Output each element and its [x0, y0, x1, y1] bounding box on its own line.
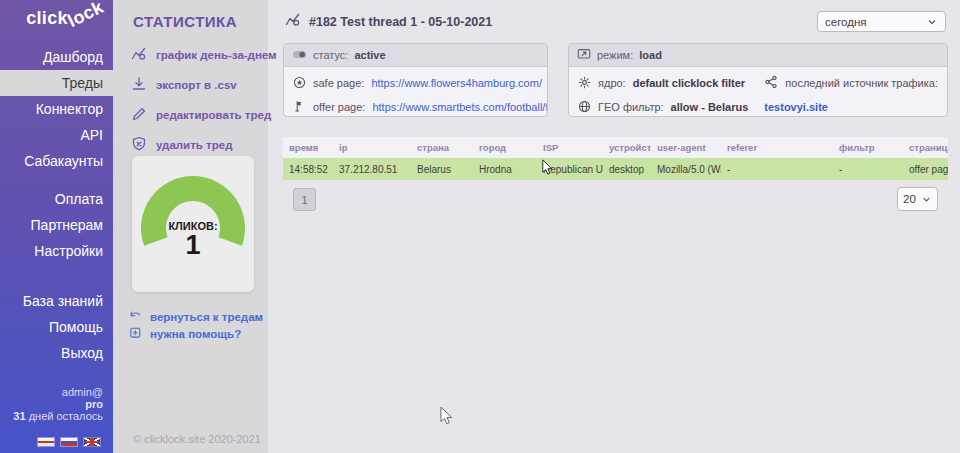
period-select[interactable]: сегодня [817, 11, 946, 32]
stats-menu-label: экспорт в .csv [156, 79, 237, 91]
column-header-0: время [283, 137, 333, 158]
account-email: admin@ [13, 386, 103, 398]
traffic-source-label: последний источник трафика: [785, 77, 938, 89]
traffic-source-link[interactable]: testovyi.site [764, 95, 938, 117]
column-header-4: ISP [537, 137, 603, 158]
flag-uk-icon[interactable] [83, 437, 101, 447]
mode-panel-header: режим: load [569, 44, 947, 67]
page-header: #182 Test thread 1 - 05-10-2021 [285, 12, 492, 32]
sidebar-item-2[interactable]: Коннектор [0, 96, 113, 122]
logo-part-lock: lock [64, 0, 107, 32]
mode-row-label: ядро: [598, 77, 626, 89]
logo-part-click: click [26, 8, 68, 28]
sidebar-item-10[interactable]: Выход [0, 340, 113, 366]
mode-panel: режим: load ядро:default clicklock filte… [568, 43, 948, 117]
clicklock-logo[interactable]: clicklock [0, 8, 113, 29]
chart-line-icon [131, 46, 147, 64]
mode-row-0: ядро:default clicklock filter [578, 71, 764, 95]
statistics-title: СТАТИСТИКА [133, 13, 237, 30]
sidebar-item-4[interactable]: Сабакаунты [0, 148, 113, 174]
column-header-8: фильтр [833, 137, 903, 158]
statistics-menu: график день-за-днемэкспорт в .csvредакти… [113, 40, 268, 160]
flag-belarus-icon[interactable] [37, 437, 55, 447]
page-title: #182 Test thread 1 - 05-10-2021 [309, 15, 492, 29]
mode-row-label: ГЕО фильтр: [598, 101, 664, 113]
account-plan: pro [13, 398, 103, 410]
traffic-source: последний источник трафика: testovyi.sit… [764, 71, 938, 117]
stats-link-label: нужна помощь? [150, 328, 241, 340]
shield-star-icon [293, 76, 306, 91]
mode-settings: ядро:default clicklock filterГЕО фильтр:… [578, 71, 764, 117]
table-row[interactable]: 14:58:5237.212.80.51BelarusHrodnaRepubli… [283, 158, 948, 180]
gauge-text: КЛИКОВ: 1 [132, 220, 254, 258]
sidebar-item-3[interactable]: API [0, 122, 113, 148]
pagination-page-1-button[interactable]: 1 [293, 188, 316, 211]
sidebar-item-1[interactable]: Треды [0, 70, 113, 96]
chevron-down-icon [926, 16, 938, 28]
main-sidebar: clicklock ДашбордТредыКоннекторAPIСабака… [0, 0, 113, 453]
status-row-link[interactable]: https://www.flowers4hamburg.com/ [371, 77, 542, 89]
share-icon [764, 75, 778, 91]
table-cell: offer page [903, 158, 948, 180]
statistics-links: вернуться к тредамнужна помощь? [129, 308, 263, 342]
account-days-left: 31 дней осталось [13, 410, 103, 422]
download-icon [131, 76, 147, 94]
column-header-3: город [473, 137, 537, 158]
stats-menu-label: редактировать тред [156, 109, 271, 121]
stats-link-1[interactable]: нужна помощь? [129, 325, 263, 342]
toggle-icon[interactable] [292, 47, 307, 64]
status-row-0: safe page:https://www.flowers4hamburg.co… [293, 71, 538, 95]
stats-link-0[interactable]: вернуться к тредам [129, 308, 263, 325]
help-icon [129, 326, 142, 341]
column-header-1: ip [333, 137, 411, 158]
sidebar-item-6[interactable]: Партнерам [0, 212, 113, 238]
mode-value: load [639, 49, 662, 61]
table-cell: 37.212.80.51 [333, 158, 411, 180]
flag-russia-icon[interactable] [60, 437, 78, 447]
chart-line-icon [285, 12, 301, 32]
column-header-2: страна [411, 137, 473, 158]
main-content: #182 Test thread 1 - 05-10-2021 сегодня … [268, 0, 960, 453]
sidebar-item-0[interactable]: Дашборд [0, 44, 113, 70]
stats-menu-item-2[interactable]: редактировать тред [113, 100, 268, 130]
table-cell: Belarus [411, 158, 473, 180]
stats-menu-item-0[interactable]: график день-за-днем [113, 40, 268, 70]
gauge-value: 1 [132, 232, 254, 258]
chevron-down-icon [921, 194, 932, 205]
mode-row-value: default clicklock filter [633, 77, 745, 89]
page-size-value: 20 [903, 193, 916, 205]
status-panel: статус: active safe page:https://www.flo… [283, 43, 548, 117]
status-panel-body: safe page:https://www.flowers4hamburg.co… [284, 67, 547, 117]
status-row-label: offer page: [313, 101, 365, 113]
mode-row-value: allow - Belarus [671, 101, 749, 113]
status-row-link[interactable]: https://www.smartbets.com/football/tea..… [372, 101, 548, 113]
language-flags [37, 437, 101, 447]
sidebar-nav: ДашбордТредыКоннекторAPIСабакаунтыОплата… [0, 44, 113, 366]
flag-pole-icon [293, 100, 306, 115]
sidebar-item-8[interactable]: База знаний [0, 288, 113, 314]
clicks-table: времяipстранагородISPустройствоuser-agen… [283, 137, 948, 180]
page-size-select[interactable]: 20 [897, 187, 938, 211]
table-cell: desktop [603, 158, 651, 180]
status-row-label: safe page: [313, 77, 364, 89]
table-cell: Mozilla/5.0 (Win... [651, 158, 721, 180]
mode-panel-body: ядро:default clicklock filterГЕО фильтр:… [569, 67, 947, 117]
account-info: admin@ pro 31 дней осталось [13, 386, 103, 422]
table-cell: 14:58:52 [283, 158, 333, 180]
stats-menu-label: график день-за-днем [156, 49, 277, 61]
stats-menu-item-1[interactable]: экспорт в .csv [113, 70, 268, 100]
period-select-value: сегодня [825, 16, 867, 28]
column-header-9: страница [903, 137, 948, 158]
mode-row-1: ГЕО фильтр:allow - Belarus [578, 95, 764, 117]
gear-icon [578, 76, 591, 91]
sidebar-item-5[interactable]: Оплата [0, 186, 113, 212]
table-cell: Republican Unita... [537, 158, 603, 180]
sidebar-item-9[interactable]: Помощь [0, 314, 113, 340]
table-cell: - [833, 158, 903, 180]
copyright-footer: © clicklock.site 2020-2021 [133, 433, 261, 445]
screen-arrow-icon [577, 47, 591, 63]
table-cell: Hrodna [473, 158, 537, 180]
traffic-source-row: последний источник трафика: [764, 71, 938, 95]
shield-x-icon [131, 136, 147, 154]
sidebar-item-7[interactable]: Настройки [0, 238, 113, 264]
